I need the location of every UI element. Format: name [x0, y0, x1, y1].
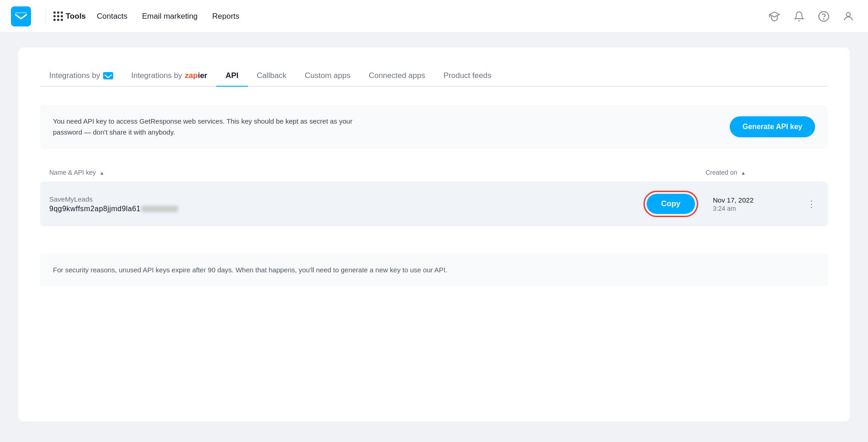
svg-point-2	[847, 12, 851, 16]
content-card: Integrations by Integrations by zapier A…	[18, 47, 850, 421]
help-icon[interactable]	[815, 8, 832, 25]
col-name-header[interactable]: Name & API key ▲	[49, 169, 706, 176]
row-info: SaveMyLeads 9qg9kwffsm2ap8jjmd9la61	[49, 195, 643, 213]
api-key-blurred	[141, 206, 178, 212]
row-date: Nov 17, 2022 3:24 am	[713, 196, 804, 212]
tab-api-label: API	[225, 71, 238, 80]
tab-custom-apps[interactable]: Custom apps	[296, 66, 360, 87]
main-wrapper: Integrations by Integrations by zapier A…	[0, 33, 868, 436]
tab-connected-apps[interactable]: Connected apps	[360, 66, 434, 87]
tab-integrations-zapier[interactable]: Integrations by zapier	[122, 66, 217, 87]
contacts-link[interactable]: Contacts	[97, 12, 127, 21]
getresponse-logo-icon	[103, 72, 113, 79]
api-description-text: You need API key to access GetResponse w…	[53, 116, 372, 138]
footer-note-text: For security reasons, unused API keys ex…	[53, 265, 815, 276]
row-more-menu[interactable]: ⋮	[804, 198, 819, 209]
row-api-key: 9qg9kwffsm2ap8jjmd9la61	[49, 205, 643, 213]
sort-created-icon: ▲	[741, 170, 746, 176]
row-app-name: SaveMyLeads	[49, 195, 643, 203]
tab-integrations-by-label: Integrations by	[49, 71, 100, 80]
sort-name-icon: ▲	[99, 170, 105, 176]
table-row: SaveMyLeads 9qg9kwffsm2ap8jjmd9la61 Copy…	[40, 182, 828, 226]
api-key-text: 9qg9kwffsm2ap8jjmd9la61	[49, 205, 141, 213]
nav-divider	[46, 8, 46, 25]
row-date-main: Nov 17, 2022	[713, 196, 804, 204]
tab-callback[interactable]: Callback	[248, 66, 296, 87]
tab-callback-label: Callback	[257, 71, 287, 80]
copy-button[interactable]: Copy	[647, 194, 695, 214]
tab-integrations-by[interactable]: Integrations by	[40, 66, 122, 87]
api-description-section: You need API key to access GetResponse w…	[40, 105, 828, 149]
topnav: Tools Contacts Email marketing Reports	[0, 0, 868, 33]
tab-custom-apps-label: Custom apps	[305, 71, 350, 80]
copy-btn-highlight: Copy	[643, 191, 699, 217]
tab-connected-apps-label: Connected apps	[369, 71, 425, 80]
topnav-links: Contacts Email marketing Reports	[97, 12, 766, 21]
col-created-header[interactable]: Created on ▲	[706, 169, 797, 176]
topnav-right	[766, 8, 857, 25]
bell-icon[interactable]	[790, 8, 808, 25]
generate-api-key-button[interactable]: Generate API key	[730, 116, 815, 137]
grid-icon	[53, 11, 63, 21]
logo[interactable]	[11, 6, 31, 26]
tab-integrations-zapier-prefix: Integrations by	[131, 71, 183, 80]
tab-product-feeds[interactable]: Product feeds	[434, 66, 501, 87]
svg-point-1	[823, 18, 824, 19]
name-api-key-header-label: Name & API key	[49, 169, 96, 176]
tools-label: Tools	[66, 12, 86, 21]
email-marketing-link[interactable]: Email marketing	[142, 12, 198, 21]
tab-product-feeds-label: Product feeds	[444, 71, 492, 80]
more-dots-icon: ⋮	[807, 198, 816, 209]
reports-link[interactable]: Reports	[212, 12, 240, 21]
created-on-header-label: Created on	[706, 169, 737, 176]
zapier-label: zapier	[185, 71, 207, 80]
copy-btn-wrapper: Copy	[643, 191, 699, 217]
table-header: Name & API key ▲ Created on ▲	[40, 163, 828, 182]
tab-api[interactable]: API	[216, 66, 247, 87]
row-date-time: 3:24 am	[713, 205, 804, 212]
graduation-icon[interactable]	[766, 8, 783, 25]
tools-menu[interactable]: Tools	[53, 11, 86, 21]
footer-note: For security reasons, unused API keys ex…	[40, 254, 828, 286]
user-icon[interactable]	[840, 8, 857, 25]
tabs: Integrations by Integrations by zapier A…	[40, 66, 828, 87]
